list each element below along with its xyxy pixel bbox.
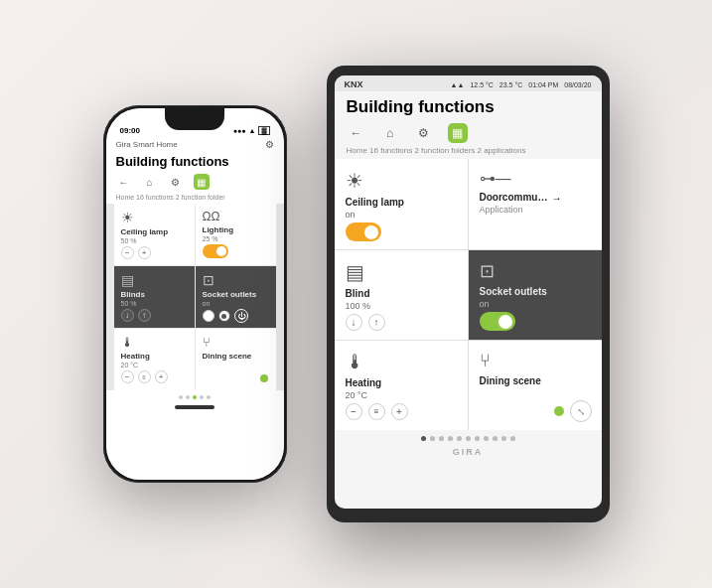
tablet-wifi-icon: ▲▲ (451, 81, 465, 88)
heating-controls: − ≡ + (121, 370, 188, 383)
t-dining-status-dot (554, 406, 564, 416)
tablet-temp2: 23.5 °C (499, 81, 522, 88)
t-heating-bars: ≡ (368, 403, 385, 420)
radio-off[interactable] (203, 310, 214, 322)
blinds-up[interactable]: ↑ (138, 309, 151, 322)
radio-on[interactable] (218, 310, 230, 322)
phone-device: 09:00 ●●● ▲ ▓ Gira Smart Home ⚙ Building… (103, 105, 287, 483)
phone-title: Building functions (106, 152, 284, 171)
tablet-cell-ceiling-lamp[interactable]: ☀ Ceiling lamp on (335, 159, 468, 249)
battery-icon: ▓ (258, 126, 269, 135)
blinds-controls: ↓ ↑ (121, 309, 188, 322)
lighting-icon: ΩΩ (203, 210, 269, 223)
t-blind-up[interactable]: ↑ (368, 314, 385, 331)
t-heating-icon: 🌡 (346, 351, 457, 373)
t-ceiling-lamp-toggle[interactable] (346, 222, 381, 241)
ceiling-lamp-plus[interactable]: + (138, 246, 151, 259)
socket-value: on (203, 300, 269, 307)
socket-radio (203, 310, 230, 322)
dot-1 (179, 395, 183, 399)
blinds-down[interactable]: ↓ (121, 309, 134, 322)
t-blind-down[interactable]: ↓ (346, 314, 362, 331)
lighting-toggle[interactable] (203, 244, 228, 258)
t-dot-2 (430, 436, 435, 441)
tablet-settings-button[interactable]: ⚙ (414, 123, 434, 143)
t-socket-toggle[interactable] (480, 312, 515, 331)
t-ceiling-lamp-value: on (346, 210, 457, 220)
phone-cell-blinds[interactable]: ▤ Blinds 50 % ↓ ↑ (114, 266, 195, 328)
tablet-home-button[interactable]: ⌂ (380, 123, 400, 143)
t-heating-plus[interactable]: + (391, 403, 408, 420)
dining-label: Dining scene (203, 352, 269, 361)
tablet-status-bar: KNX ▲▲ 12.5 °C 23.5 °C 01:04 PM 08/03/20 (335, 75, 602, 91)
tablet-cell-heating[interactable]: 🌡 Heating 20 °C − ≡ + (335, 341, 468, 430)
tablet-device: KNX ▲▲ 12.5 °C 23.5 °C 01:04 PM 08/03/20… (327, 66, 610, 522)
phone-back-button[interactable]: ← (116, 174, 132, 190)
t-ceiling-lamp-controls (346, 222, 457, 241)
blind-icon: ▤ (121, 272, 188, 288)
power-button[interactable]: ⏻ (234, 309, 248, 323)
lighting-label: Lighting (203, 225, 269, 234)
t-heating-label: Heating (346, 377, 457, 388)
t-doorcomm-sub: Application (480, 205, 591, 215)
t-dot-10 (501, 436, 506, 441)
phone-home-bar (106, 402, 284, 414)
heating-plus[interactable]: + (155, 370, 168, 383)
phone-cell-socket[interactable]: ⊡ Socket outlets on ⏻ (196, 266, 276, 328)
dining-status-dot (260, 374, 268, 382)
dot-4 (200, 395, 204, 399)
t-blind-label: Blind (346, 288, 457, 299)
t-doorcomm-arrow: → (551, 193, 561, 204)
tablet-back-button[interactable]: ← (347, 123, 366, 143)
t-sun-icon: ☀ (346, 169, 457, 193)
lighting-value: 25 % (203, 235, 269, 242)
phone-notch (165, 108, 224, 130)
t-dining-icon: ⑂ (480, 351, 591, 371)
tablet-nav: ← ⌂ ⚙ ▦ (335, 120, 602, 146)
phone-gear-icon[interactable]: ⚙ (265, 139, 274, 150)
tablet-cell-blind[interactable]: ▤ Blind 100 % ↓ ↑ (335, 250, 468, 340)
t-dot-6 (466, 436, 471, 441)
phone-cell-dining[interactable]: ⑂ Dining scene (196, 329, 276, 390)
phone-nav: ← ⌂ ⚙ ▦ (106, 171, 284, 193)
phone-screen: 09:00 ●●● ▲ ▓ Gira Smart Home ⚙ Building… (106, 108, 284, 480)
phone-dot-indicator (106, 390, 284, 402)
t-dot-4 (448, 436, 453, 441)
t-dining-label: Dining scene (480, 375, 591, 386)
wifi-icon: ▲ (248, 127, 255, 134)
lighting-controls (203, 244, 269, 258)
tablet-brand: GIRA (335, 444, 602, 457)
tablet-status-right: ▲▲ 12.5 °C 23.5 °C 01:04 PM 08/03/20 (451, 81, 592, 88)
phone-settings-button[interactable]: ⚙ (168, 174, 184, 190)
tablet-knx: KNX (345, 79, 363, 89)
t-blind-icon: ▤ (346, 260, 457, 284)
phone-grid: ☀ Ceiling lamp 50 % − + ΩΩ Lighting 25 % (106, 204, 284, 390)
phone-status-right: ●●● ▲ ▓ (233, 126, 270, 135)
t-socket-label: Socket outlets (480, 286, 591, 297)
tablet-cell-doorcomm[interactable]: ⊶— Doorcommu… → Application (469, 159, 602, 249)
phone-home-button[interactable]: ⌂ (142, 174, 158, 190)
heating-icon: 🌡 (121, 335, 188, 350)
t-heating-minus[interactable]: − (346, 403, 362, 420)
phone-cell-heating[interactable]: 🌡 Heating 20 °C − ≡ + (114, 329, 195, 390)
tablet-cell-socket[interactable]: ⊡ Socket outlets on (469, 250, 602, 340)
phone-app-bar: Gira Smart Home ⚙ (106, 137, 284, 152)
phone-cell-ceiling-lamp[interactable]: ☀ Ceiling lamp 50 % − + (114, 204, 195, 265)
tablet-cell-dining[interactable]: ⑂ Dining scene ⤡ (469, 341, 602, 430)
tablet-dot-row (335, 430, 602, 444)
ceiling-lamp-value: 50 % (121, 237, 188, 244)
heating-value: 20 °C (121, 362, 188, 368)
phone-grid-button[interactable]: ▦ (194, 174, 210, 190)
t-doorcomm-label: Doorcommu… (480, 192, 548, 203)
t-dining-expand[interactable]: ⤡ (570, 400, 592, 422)
tablet-grid-button[interactable]: ▦ (448, 123, 468, 143)
tablet-grid: ☀ Ceiling lamp on ⊶— Doorcommu… → Applic… (335, 159, 602, 430)
socket-icon: ⊡ (203, 272, 269, 288)
blinds-value: 50 % (121, 300, 188, 307)
phone-cell-lighting[interactable]: ΩΩ Lighting 25 % (196, 204, 276, 265)
home-bar-indicator (175, 405, 214, 409)
dot-5 (207, 395, 211, 399)
socket-label: Socket outlets (203, 290, 269, 299)
ceiling-lamp-minus[interactable]: − (121, 246, 134, 259)
heating-minus[interactable]: − (121, 370, 134, 383)
